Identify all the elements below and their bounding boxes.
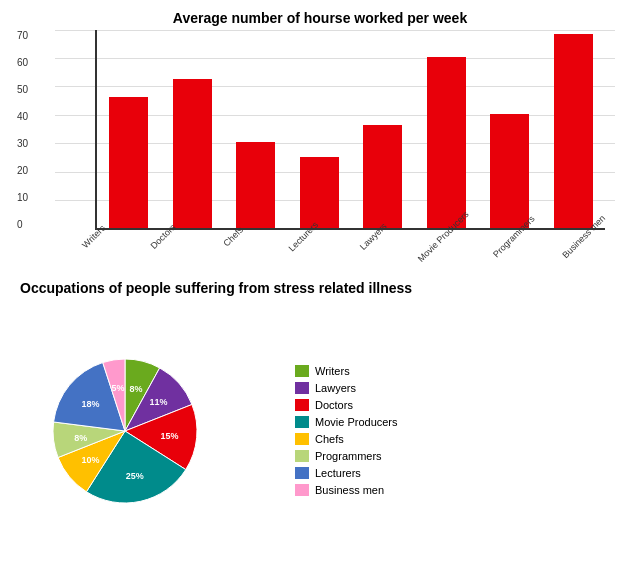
bar-doctors-rect (173, 79, 212, 228)
bar-chart-section: Average number of hourse worked per week… (15, 10, 625, 280)
legend-chefs: Chefs (295, 433, 625, 445)
legend-label-programmers: Programmers (315, 450, 382, 462)
legend-color-lecturers (295, 467, 309, 479)
legend-label-business-men: Business men (315, 484, 384, 496)
bar-writers (97, 30, 161, 228)
xlabel-lecturers: Lecturers (265, 230, 335, 285)
legend-doctors: Doctors (295, 399, 625, 411)
x-labels-row: Writers Doctors Chefs Lecturers Lawyers … (55, 230, 615, 285)
bar-business-men (542, 30, 606, 228)
legend-movie-producers: Movie Producers (295, 416, 625, 428)
pie-label: 18% (82, 398, 100, 408)
legend-label-doctors: Doctors (315, 399, 353, 411)
legend-label-lawyers: Lawyers (315, 382, 356, 394)
xlabel-lawyers: Lawyers (335, 230, 405, 285)
bar-chart-area (95, 30, 605, 230)
bar-chefs (224, 30, 288, 228)
legend-programmers: Programmers (295, 450, 625, 462)
bar-lawyers (351, 30, 415, 228)
legend-lawyers: Lawyers (295, 382, 625, 394)
pie-container: 8%11%15%25%10%8%18%5% (15, 341, 275, 521)
bar-lecturers-rect (300, 157, 339, 228)
legend-business-men: Business men (295, 484, 625, 496)
legend-label-chefs: Chefs (315, 433, 344, 445)
pie-label: 5% (112, 382, 125, 392)
xlabel-movie-producers: Movie Producers (405, 230, 475, 285)
legend-color-programmers (295, 450, 309, 462)
pie-label: 10% (82, 455, 100, 465)
bar-movie-producers (415, 30, 479, 228)
bar-programmers (478, 30, 542, 228)
legend-color-lawyers (295, 382, 309, 394)
xlabel-writers: Writers (55, 230, 125, 285)
bar-chefs-rect (236, 142, 275, 228)
pie-label: 25% (126, 470, 144, 480)
pie-svg: 8%11%15%25%10%8%18%5% (15, 341, 235, 511)
y-axis-labels: 70 60 50 40 30 20 10 0 (17, 30, 28, 230)
pie-label: 11% (149, 397, 167, 407)
bar-business-men-rect (554, 34, 593, 228)
legend-color-movie-producers (295, 416, 309, 428)
xlabel-chefs: Chefs (195, 230, 265, 285)
pie-section: Occupations of people suffering from str… (15, 280, 625, 557)
bar-writers-rect (109, 97, 148, 228)
page: Average number of hourse worked per week… (0, 0, 640, 567)
legend-label-movie-producers: Movie Producers (315, 416, 398, 428)
pie-label: 15% (160, 431, 178, 441)
bar-chart-title: Average number of hourse worked per week (15, 10, 625, 26)
bar-movie-producers-rect (427, 57, 466, 228)
xlabel-programmers: Programmers (475, 230, 545, 285)
bar-programmers-rect (490, 114, 529, 228)
bar-lawyers-rect (363, 125, 402, 228)
legend-color-business-men (295, 484, 309, 496)
pie-legend: Writers Lawyers Doctors Movie Producers … (275, 365, 625, 496)
legend-color-chefs (295, 433, 309, 445)
pie-content: 8%11%15%25%10%8%18%5% Writers Lawyers Do… (15, 304, 625, 557)
xlabel-doctors: Doctors (125, 230, 195, 285)
legend-label-writers: Writers (315, 365, 350, 377)
legend-label-lecturers: Lecturers (315, 467, 361, 479)
legend-writers: Writers (295, 365, 625, 377)
legend-color-doctors (295, 399, 309, 411)
pie-label: 8% (130, 383, 143, 393)
bar-doctors (161, 30, 225, 228)
legend-lecturers: Lecturers (295, 467, 625, 479)
bar-lecturers (288, 30, 352, 228)
legend-color-writers (295, 365, 309, 377)
xlabel-business-men: Business men (545, 230, 615, 285)
pie-label: 8% (74, 432, 87, 442)
